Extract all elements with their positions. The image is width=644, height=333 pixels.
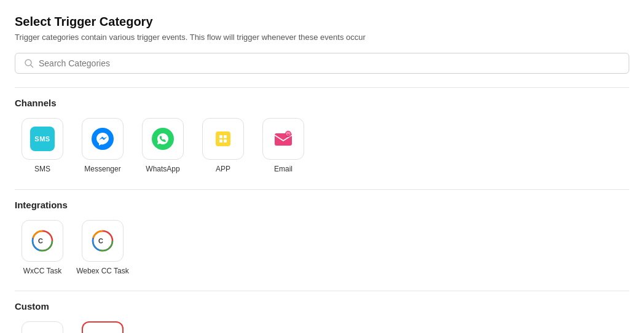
svg-rect-4 [216,131,230,146]
custom-divider [15,291,629,291]
page-title: Select Trigger Category [15,15,629,29]
wxcc-icon-box: C [22,220,63,262]
messenger-icon [90,127,115,151]
integrations-items: C WxCC Task C Webex CC Task [15,220,629,276]
whatsapp-icon-box [142,118,184,160]
channels-divider [15,87,629,88]
channels-items: SMS SMS Messenger WhatsApp [15,118,629,174]
webhook-icon [30,330,55,333]
trigger-item-webex-cc-task[interactable]: C Webex CC Task [75,220,130,276]
sms-icon-box: SMS [22,118,63,160]
page-subtitle: Trigger categories contain various trigg… [15,33,629,42]
whatsapp-icon [151,127,175,151]
custom-event-icon-box: ⚡ [82,321,124,333]
webexcc-label: Webex CC Task [76,267,129,276]
email-icon: @ [271,127,296,151]
trigger-item-whatsapp[interactable]: WhatsApp [135,118,190,174]
custom-section-title: Custom [15,301,629,311]
custom-event-icon: ⚡ [90,330,115,333]
svg-text:@: @ [286,133,290,137]
messenger-icon-box [82,118,124,160]
svg-rect-7 [219,139,222,143]
whatsapp-label: WhatsApp [146,165,179,174]
webexcc-icon-box: C [82,220,124,262]
integrations-divider [15,189,629,190]
search-bar [15,53,629,74]
wxcc-label: WxCC Task [23,267,61,276]
app-label: APP [216,165,230,174]
trigger-item-sms[interactable]: SMS SMS [15,118,70,174]
trigger-item-wxcc-task[interactable]: C WxCC Task [15,220,70,276]
trigger-item-custom-event[interactable]: ⚡ Custom event [75,321,130,333]
messenger-label: Messenger [84,165,120,174]
app-icon-box [202,118,244,160]
sms-label: SMS [34,165,50,174]
webexcc-icon: C [90,229,115,253]
svg-rect-5 [219,135,222,138]
custom-items: Webhook ⚡ Custom event [15,321,629,333]
svg-text:C: C [38,237,43,245]
search-input[interactable] [39,58,620,68]
wxcc-icon: C [30,229,55,253]
svg-rect-6 [224,135,227,138]
svg-rect-8 [224,139,227,143]
integrations-section-title: Integrations [15,200,629,210]
svg-line-1 [31,65,33,68]
trigger-item-messenger[interactable]: Messenger [75,118,130,174]
svg-text:C: C [98,237,103,245]
trigger-item-app[interactable]: APP [195,118,251,174]
search-icon [24,58,34,68]
email-icon-box: @ [262,118,304,160]
trigger-item-email[interactable]: @ Email [256,118,311,174]
app-icon [211,127,235,151]
email-label: Email [274,165,293,174]
sms-icon: SMS [30,127,55,151]
webhook-icon-box [22,321,63,333]
channels-section-title: Channels [15,98,629,108]
trigger-item-webhook[interactable]: Webhook [15,321,70,333]
